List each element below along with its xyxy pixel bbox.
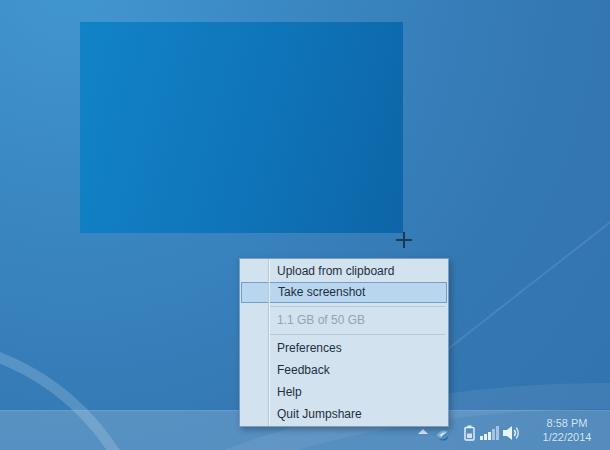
screenshot-selection-region[interactable] [80,22,403,233]
wallpaper-streak-decoration [439,170,610,356]
menu-item-quit-jumpshare[interactable]: Quit Jumpshare [241,403,447,425]
battery-icon[interactable] [464,425,475,445]
menu-separator [270,334,445,335]
crosshair-cursor [396,232,412,248]
network-signal-icon[interactable] [480,426,500,444]
menu-item-preferences[interactable]: Preferences [241,337,447,359]
menu-item-help[interactable]: Help [241,381,447,403]
clock-time: 8:58 PM [547,416,588,430]
menu-separator [270,306,445,307]
menu-item-upload-from-clipboard[interactable]: Upload from clipboard [241,260,447,282]
show-hidden-icons-chevron-icon[interactable] [418,429,428,434]
volume-icon[interactable] [503,425,522,445]
menu-item-storage-usage: 1.1 GB of 50 GB [241,309,447,331]
clock-date: 1/22/2014 [543,430,592,444]
taskbar-clock[interactable]: 8:58 PM 1/22/2014 [534,411,600,449]
menu-gutter-divider [268,259,269,426]
menu-item-take-screenshot[interactable]: Take screenshot [241,282,447,303]
jumpshare-tray-menu: Upload from clipboard Take screenshot 1.… [239,258,449,427]
menu-item-feedback[interactable]: Feedback [241,359,447,381]
jumpshare-tray-icon[interactable] [434,426,451,447]
